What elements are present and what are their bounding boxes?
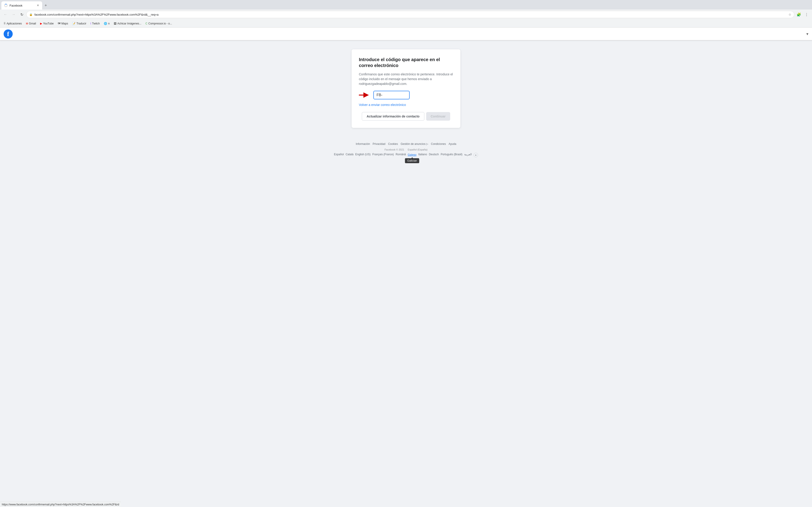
bookmark-label: Maps: [61, 22, 68, 25]
current-language: Español (España): [408, 148, 427, 151]
bookmark-label: Aplicaciones: [7, 22, 22, 25]
lock-icon: 🔒: [29, 13, 33, 16]
bookmark-n[interactable]: 🌐 n: [102, 21, 111, 26]
footer-info-link[interactable]: Información: [356, 143, 370, 146]
address-text: facebook.com/confirmemail.php?next=https…: [35, 13, 786, 16]
n-icon: 🌐: [104, 22, 107, 25]
bookmark-label: YouTube: [43, 22, 54, 25]
lang-fr[interactable]: Français (France): [372, 153, 394, 157]
compressor-icon: C: [145, 22, 148, 25]
tab-favicon: [4, 4, 8, 7]
achicar-icon: 🖼: [114, 22, 116, 25]
bookmark-label: n: [108, 22, 110, 25]
lang-it[interactable]: Italiano: [418, 153, 427, 157]
resend-email-link[interactable]: Volver a enviar correo electrónico: [359, 103, 406, 107]
bookmark-compressor[interactable]: C Compressor.io - o...: [144, 21, 174, 26]
new-tab-button[interactable]: +: [43, 2, 49, 9]
twitch-icon: t: [90, 22, 91, 25]
footer-ads-link[interactable]: Gestión de anuncios ▷: [401, 143, 428, 146]
card-title: Introduce el código que aparece en el co…: [359, 57, 453, 68]
menu-button[interactable]: ⋮: [803, 11, 810, 18]
extensions-button[interactable]: 🧩: [795, 11, 803, 18]
email-address: rodriguezgadeapablo@gmail.com: [359, 82, 406, 86]
status-bar: https://www.facebook.com/confirmemail.ph…: [0, 502, 121, 507]
address-bar[interactable]: 🔒 facebook.com/confirmemail.php?next=htt…: [26, 11, 794, 18]
facebook-logo[interactable]: f: [4, 30, 13, 39]
footer-links: Información Privacidad Cookies Gestión d…: [334, 143, 478, 146]
red-arrow-icon: [359, 92, 370, 99]
footer-languages: Español Català English (US) Français (Fr…: [334, 153, 478, 157]
galego-tooltip-wrapper: Galego Galician: [408, 153, 416, 157]
active-tab[interactable]: Facebook ×: [1, 1, 42, 9]
footer-conditions-link[interactable]: Condiciones: [431, 143, 446, 146]
footer-help-link[interactable]: Ayuda: [449, 143, 456, 146]
bookmark-twitch[interactable]: t Twitch: [89, 21, 101, 26]
tab-bar: Facebook × +: [0, 0, 812, 9]
navigation-bar: ← → ↻ 🔒 facebook.com/confirmemail.php?ne…: [0, 9, 812, 19]
verification-code-input[interactable]: [373, 91, 410, 99]
add-language-button[interactable]: +: [473, 153, 478, 157]
reload-button[interactable]: ↻: [18, 11, 26, 18]
update-contact-button[interactable]: Actualizar información de contacto: [362, 112, 424, 121]
main-content: Introduce el código que aparece en el co…: [0, 40, 812, 507]
bookmark-gmail[interactable]: M Gmail: [24, 21, 38, 26]
bookmarks-bar: ⠿ Aplicaciones M Gmail ▶ YouTube 🗺 Maps …: [0, 19, 812, 27]
loading-spinner: [4, 4, 7, 7]
description-end: .: [406, 82, 407, 86]
tab-close-button[interactable]: ×: [37, 3, 39, 8]
lang-de[interactable]: Deutsch: [429, 153, 439, 157]
nav-actions: 🧩 ⋮: [795, 11, 810, 18]
maps-icon: 🗺: [58, 22, 60, 25]
youtube-icon: ▶: [40, 22, 42, 25]
apps-icon: ⠿: [4, 22, 6, 25]
bookmark-label: Traducir: [77, 22, 86, 25]
forward-button[interactable]: →: [10, 11, 17, 18]
footer-copyright: Facebook © 2021 Español (España): [334, 148, 478, 151]
continue-button: Continuar: [426, 112, 450, 121]
bookmark-star-icon[interactable]: ☆: [789, 13, 792, 16]
lang-es[interactable]: Español: [334, 153, 344, 157]
gmail-icon: M: [26, 22, 28, 25]
bookmark-label: Twitch: [92, 22, 100, 25]
bookmark-youtube[interactable]: ▶ YouTube: [38, 21, 55, 26]
card-actions: Actualizar información de contacto Conti…: [359, 112, 453, 121]
email-verification-card: Introduce el código que aparece en el co…: [352, 49, 460, 128]
header-dropdown-button[interactable]: ▾: [806, 32, 808, 37]
arrow-indicator: [359, 92, 370, 99]
facebook-header: f ▾: [0, 27, 812, 40]
lang-gl[interactable]: Galego: [408, 153, 416, 156]
status-url: https://www.facebook.com/confirmemail.ph…: [2, 503, 119, 506]
footer-privacy-link[interactable]: Privacidad: [373, 143, 386, 146]
back-button[interactable]: ←: [2, 11, 9, 18]
lang-pt[interactable]: Português (Brasil): [441, 153, 462, 157]
bookmark-apps[interactable]: ⠿ Aplicaciones: [2, 21, 23, 26]
bookmark-label: Achicar Imágenes...: [117, 22, 141, 25]
bookmark-traducir[interactable]: 📝 Traducir: [70, 21, 88, 26]
galician-tooltip: Galician: [405, 158, 419, 163]
description-text: Confirmanos que este correo electrónico …: [359, 72, 453, 81]
tab-title: Facebook: [9, 4, 35, 7]
lang-ar[interactable]: العربية: [464, 153, 472, 157]
traducir-icon: 📝: [72, 22, 75, 25]
lang-ca[interactable]: Català: [346, 153, 353, 157]
lang-ro[interactable]: Română: [396, 153, 406, 157]
bookmark-achicar[interactable]: 🖼 Achicar Imágenes...: [112, 21, 143, 26]
footer-cookies-link[interactable]: Cookies: [388, 143, 398, 146]
footer: Información Privacidad Cookies Gestión d…: [334, 137, 478, 163]
code-input-section: [359, 91, 453, 99]
bookmark-label: Gmail: [29, 22, 36, 25]
facebook-logo-letter: f: [7, 30, 9, 38]
lang-en[interactable]: English (US): [355, 153, 370, 157]
bookmark-maps[interactable]: 🗺 Maps: [56, 21, 70, 26]
card-description: Confirmanos que este correo electrónico …: [359, 72, 453, 86]
bookmark-label: Compressor.io - o...: [148, 22, 172, 25]
